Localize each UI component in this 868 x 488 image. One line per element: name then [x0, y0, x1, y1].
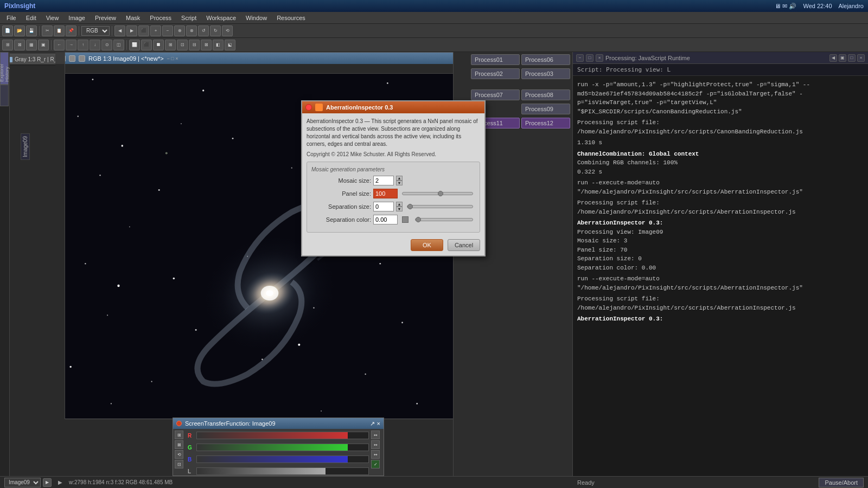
menu-window[interactable]: Window [241, 14, 271, 22]
stf-close-btn[interactable] [176, 421, 182, 426]
tb2-btn15[interactable]: ⊡ [177, 40, 188, 50]
output-tb3[interactable]: □ [848, 54, 856, 62]
tb2-btn17[interactable]: ⊠ [201, 40, 212, 50]
stf-right-icon-1[interactable]: ↭ [371, 431, 380, 439]
tb2-btn18[interactable]: ◧ [213, 40, 224, 50]
tb-btn8[interactable]: ⊕ [174, 25, 185, 36]
output-expand-btn[interactable]: □ [586, 54, 593, 62]
panel-size-slider[interactable] [402, 192, 473, 195]
sep-size-down[interactable]: ▼ [396, 207, 403, 211]
output-close-btn[interactable]: × [596, 54, 603, 62]
process-btn-07[interactable]: Process07 [471, 89, 520, 100]
panel-size-input[interactable] [373, 189, 398, 198]
vtab-explorer[interactable] [0, 85, 9, 106]
dialog-ok-btn[interactable]: OK [411, 239, 443, 251]
paste-btn[interactable]: 📌 [66, 25, 76, 36]
play-btn[interactable]: ▶ [58, 479, 62, 485]
stf-float-btn[interactable]: ↗ [370, 420, 375, 427]
copy-btn[interactable]: 📋 [54, 25, 65, 36]
stf-icon-2[interactable]: ⊠ [175, 440, 183, 449]
menu-file[interactable]: File [2, 14, 21, 22]
stf-window[interactable]: ScreenTransferFunction: Image09 ↗ × ⊞ ⊠ … [173, 418, 384, 476]
sep-size-thumb[interactable] [407, 204, 413, 209]
stf-right-icon-4[interactable]: ✓ [371, 460, 380, 468]
menu-view[interactable]: View [42, 14, 63, 22]
open-btn[interactable]: 📂 [14, 25, 25, 36]
separation-color-input[interactable] [373, 215, 398, 224]
tb-btn3[interactable]: ◀ [114, 25, 125, 36]
vtab-history[interactable]: History Explorer [0, 52, 9, 85]
stf-close-x[interactable]: × [377, 420, 380, 427]
tb2-btn1[interactable]: ⊞ [2, 40, 13, 50]
tb-btn11[interactable]: ↻ [210, 25, 221, 36]
tb-btn5[interactable]: ⬛ [138, 25, 149, 36]
mosaic-size-up[interactable]: ▲ [396, 176, 403, 181]
dialog-close-btn[interactable] [305, 104, 312, 111]
mosaic-size-spinner[interactable]: ▲ ▼ [396, 176, 403, 185]
stf-right-icon-3[interactable]: ↭ [371, 450, 380, 459]
tb2-btn11[interactable]: ⬜ [129, 40, 140, 50]
tb2-btn2[interactable]: ⊠ [14, 40, 25, 50]
image-select[interactable]: Image09 [4, 478, 41, 487]
save-btn[interactable]: 💾 [26, 25, 37, 36]
stf-icon-4[interactable]: ⊡ [175, 460, 183, 468]
tb2-btn7[interactable]: ↑ [78, 40, 88, 50]
new-btn[interactable]: 📄 [2, 25, 13, 36]
process-btn-12[interactable]: Process12 [521, 118, 570, 129]
output-tb4[interactable]: × [857, 54, 865, 62]
menu-edit[interactable]: Edit [22, 14, 41, 22]
pause-abort-btn[interactable]: Pause/Abort [819, 478, 864, 487]
sep-color-swatch[interactable] [402, 216, 409, 223]
process-btn-09[interactable]: Process09 [521, 104, 570, 114]
stf-b-track[interactable] [196, 455, 369, 463]
tb2-btn16[interactable]: ⊟ [189, 40, 200, 50]
tb-btn9[interactable]: ⊗ [186, 25, 197, 36]
menu-image[interactable]: Image [64, 14, 90, 22]
process-btn-01[interactable]: Process01 [471, 54, 520, 65]
tb-btn10[interactable]: ↺ [198, 25, 209, 36]
stf-icon-1[interactable]: ⊞ [175, 431, 183, 439]
sep-size-slider[interactable] [407, 205, 473, 208]
menu-workspace[interactable]: Workspace [202, 14, 240, 22]
tb2-btn12[interactable]: ⬛ [141, 40, 152, 50]
process-btn-02[interactable]: Process02 [471, 68, 520, 79]
stf-l-track[interactable] [196, 467, 369, 475]
tb2-btn4[interactable]: ▣ [38, 40, 49, 50]
tb2-btn13[interactable]: 🔲 [153, 40, 164, 50]
output-minimize-btn[interactable]: − [576, 54, 584, 62]
cut-btn[interactable]: ✂ [42, 25, 53, 36]
process-btn-03[interactable]: Process03 [521, 68, 570, 79]
sep-size-up[interactable]: ▲ [396, 202, 403, 207]
sep-size-spinner[interactable]: ▲ ▼ [396, 202, 403, 211]
mosaic-size-down[interactable]: ▼ [396, 181, 403, 185]
menu-process[interactable]: Process [145, 14, 176, 22]
menu-script[interactable]: Script [177, 14, 201, 22]
tb2-btn10[interactable]: ◫ [113, 40, 124, 50]
tb-btn4[interactable]: ▶ [126, 25, 137, 36]
tb-btn6[interactable]: + [150, 25, 161, 36]
tb-btn12[interactable]: ⟲ [222, 25, 233, 36]
menu-resources[interactable]: Resources [272, 14, 310, 22]
stf-right-icon-2[interactable]: ↭ [371, 440, 380, 449]
img-win-maximize[interactable] [69, 55, 75, 62]
status-select-btn[interactable]: ▶ [43, 478, 52, 487]
separation-size-input[interactable] [373, 202, 394, 211]
output-tb2[interactable]: ▣ [839, 54, 846, 62]
stf-g-track[interactable] [196, 444, 369, 451]
tb2-btn19[interactable]: ⬕ [225, 40, 235, 50]
menu-mask[interactable]: Mask [122, 14, 144, 22]
stf-r-track[interactable] [196, 432, 369, 439]
tb2-btn14[interactable]: ⊞ [165, 40, 176, 50]
tb2-btn5[interactable]: ← [54, 40, 65, 50]
tb2-btn3[interactable]: ▦ [26, 40, 37, 50]
img-win-close[interactable] [79, 55, 85, 62]
sep-color-thumb[interactable] [416, 217, 421, 222]
color-mode-select[interactable]: RGB [81, 26, 110, 36]
tb-btn7[interactable]: − [162, 25, 173, 36]
tb2-btn9[interactable]: ⊙ [101, 40, 112, 50]
panel-size-thumb[interactable] [438, 191, 443, 196]
output-tb1[interactable]: ◀ [829, 54, 837, 62]
process-btn-06[interactable]: Process06 [521, 54, 570, 65]
output-content[interactable]: run -x -p="amount,1.3" -p="highlightProt… [573, 76, 868, 476]
stf-icon-3[interactable]: ⟲ [175, 450, 183, 459]
